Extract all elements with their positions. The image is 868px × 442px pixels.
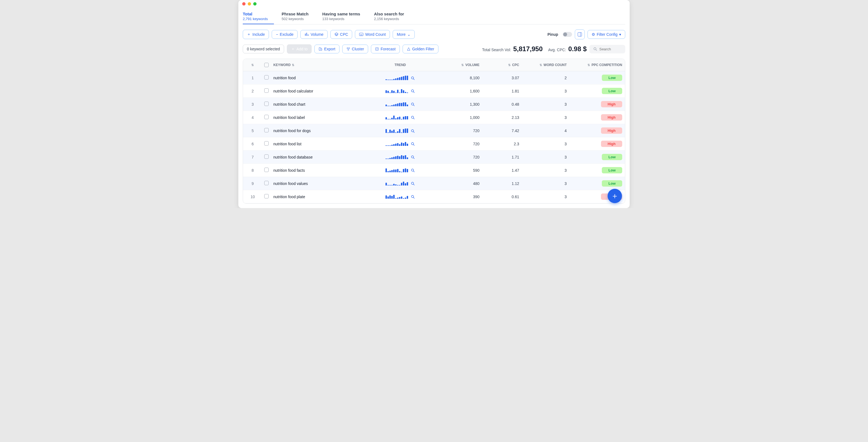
col-select-all[interactable] (259, 63, 273, 67)
trend-bar (388, 119, 389, 120)
trend-bar (388, 197, 389, 199)
keyword-cell[interactable]: nutrition food (273, 76, 368, 80)
search-input[interactable] (599, 47, 621, 51)
close-window-button[interactable] (242, 2, 246, 5)
tab-subtitle: 133 keywords (322, 17, 361, 21)
keyword-cell[interactable]: nutrition food plate (273, 195, 368, 199)
row-checkbox[interactable] (259, 75, 273, 80)
trend-bar (397, 156, 399, 159)
magnify-icon[interactable] (411, 155, 415, 159)
exclude-label: Exclude (280, 32, 293, 37)
trend-bar (393, 130, 395, 133)
minimize-window-button[interactable] (248, 2, 251, 5)
trend-bar (391, 196, 393, 199)
tab-title: Phrase Match (282, 11, 309, 16)
volume-button[interactable]: Volume (300, 30, 328, 39)
word-count-label: Word Count (365, 32, 385, 37)
row-index: 8 (246, 168, 259, 173)
minus-icon: − (276, 32, 278, 37)
col-word-count[interactable]: WORD COUNT (519, 63, 567, 67)
row-checkbox[interactable] (259, 88, 273, 94)
titlebar (238, 0, 630, 8)
trend-bar (407, 116, 408, 120)
search-input-wrapper[interactable] (589, 45, 625, 54)
trend-cell (368, 155, 432, 159)
keyword-cell[interactable]: nutrition food database (273, 155, 368, 159)
magnify-icon[interactable] (411, 195, 415, 199)
tab-phrase-match[interactable]: Phrase Match502 keywords (282, 8, 315, 24)
svg-line-9 (596, 49, 597, 50)
row-checkbox[interactable] (259, 102, 273, 107)
more-button[interactable]: More ⌄ (393, 30, 415, 39)
trend-bar (385, 145, 387, 146)
volume-cell: 720 (432, 155, 479, 159)
trend-bar (407, 158, 408, 159)
trend-bar (403, 129, 404, 133)
keyword-cell[interactable]: nutrition food list (273, 142, 368, 146)
trend-bar (385, 117, 387, 120)
keyword-cell[interactable]: nutrition food values (273, 181, 368, 186)
trend-bar (390, 185, 391, 185)
row-checkbox[interactable] (259, 181, 273, 186)
magnify-icon[interactable] (411, 76, 415, 80)
pinup-toggle[interactable] (563, 32, 572, 37)
include-button[interactable]: ＋ Include (243, 30, 269, 39)
magnify-icon[interactable] (411, 129, 415, 133)
tab-subtitle: 2,791 keywords (243, 17, 268, 21)
keyword-cell[interactable]: nutrition food chart (273, 102, 368, 106)
row-checkbox[interactable] (259, 155, 273, 160)
add-to-button[interactable]: ＋ Add to (287, 44, 312, 54)
svg-point-28 (411, 195, 413, 198)
col-cpc[interactable]: CPC (479, 63, 519, 67)
magnify-icon[interactable] (411, 182, 415, 185)
keyword-cell[interactable]: nutrition food calculator (273, 89, 368, 93)
magnify-icon[interactable] (411, 102, 415, 106)
export-button[interactable]: Export (314, 44, 339, 54)
trend-bar (390, 93, 391, 93)
golden-filter-button[interactable]: Golden Filter (403, 44, 438, 54)
exclude-button[interactable]: − Exclude (272, 30, 298, 39)
trend-bar (403, 76, 404, 80)
keyword-cell[interactable]: nutrition food facts (273, 168, 368, 173)
col-sort[interactable] (246, 63, 259, 67)
cpc-cell: 2.3 (479, 142, 519, 146)
ppc-cell: High (567, 114, 622, 121)
trend-bar (385, 183, 387, 185)
cpc-cell: 0.48 (479, 102, 519, 106)
keyword-cell[interactable]: nutrition food label (273, 115, 368, 120)
forecast-button[interactable]: Forecast (371, 44, 400, 54)
keyword-cell[interactable]: nutrition food for dogs (273, 129, 368, 133)
add-fab-button[interactable]: ＋ (608, 189, 622, 203)
layout-toggle-button[interactable] (575, 29, 585, 39)
svg-point-24 (411, 169, 413, 171)
trend-bar (399, 144, 400, 146)
trend-cell (368, 102, 432, 106)
col-keyword[interactable]: KEYWORD (273, 63, 368, 67)
row-checkbox[interactable] (259, 194, 273, 199)
maximize-window-button[interactable] (253, 2, 256, 5)
row-checkbox[interactable] (259, 168, 273, 173)
tab-subtitle: 2,156 keywords (374, 17, 404, 21)
row-checkbox[interactable] (259, 128, 273, 133)
cpc-button[interactable]: CPC (331, 30, 352, 39)
tab-total[interactable]: Total2,791 keywords (243, 8, 274, 24)
col-ppc[interactable]: PPC COMPETITION (567, 63, 622, 67)
tab-having-same-terms[interactable]: Having same terms133 keywords (322, 8, 367, 24)
magnify-icon[interactable] (411, 168, 415, 172)
row-checkbox[interactable] (259, 115, 273, 120)
magnify-icon[interactable] (411, 142, 415, 146)
trend-bar (401, 119, 402, 120)
magnify-icon[interactable] (411, 89, 415, 93)
magnify-icon[interactable] (411, 115, 415, 120)
trend-bar (393, 105, 395, 106)
table-row: 4nutrition food label1,0002.133High (243, 111, 625, 124)
col-volume[interactable]: VOLUME (432, 63, 479, 67)
plus-icon: ＋ (611, 191, 619, 201)
filter-config-button[interactable]: ⚙ Filter Config ▾ (588, 30, 625, 39)
cluster-button[interactable]: Cluster (342, 44, 368, 54)
row-checkbox[interactable] (259, 141, 273, 146)
word-count-button[interactable]: Word Count (355, 30, 390, 39)
trend-bar (385, 195, 387, 199)
tab-also-search-for[interactable]: Also search for2,156 keywords (374, 8, 410, 24)
forecast-icon (375, 47, 379, 51)
